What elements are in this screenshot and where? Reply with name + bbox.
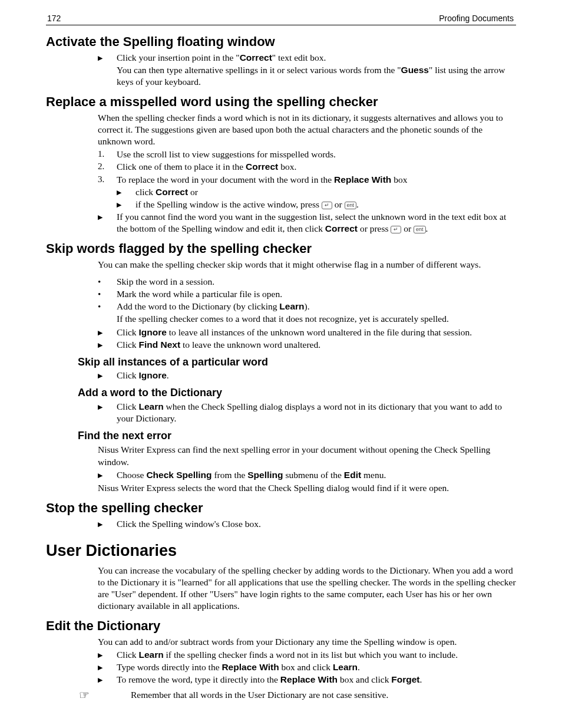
text: Click bbox=[117, 340, 138, 350]
text: from the bbox=[212, 470, 248, 480]
text: Click the Spelling window's Close box. bbox=[117, 519, 261, 529]
heading-edit-dictionary: Edit the Dictionary bbox=[46, 618, 516, 635]
triangle-icon bbox=[98, 469, 112, 481]
text: Click bbox=[117, 650, 138, 660]
bullet-icon bbox=[98, 288, 112, 301]
text: if the Spelling window is the active win… bbox=[135, 199, 322, 209]
text: box and click bbox=[338, 674, 391, 684]
list-item: Click Learn if the spelling checker find… bbox=[98, 649, 516, 661]
triangle-icon bbox=[98, 339, 112, 351]
text: Skip the word in a session. bbox=[117, 276, 214, 286]
triangle-icon bbox=[98, 649, 112, 661]
text: to leave all instances of the unknown wo… bbox=[167, 327, 472, 337]
list-number: 3. bbox=[98, 174, 112, 186]
text: ). bbox=[305, 301, 310, 311]
paragraph: If the spelling checker comes to a word … bbox=[117, 313, 516, 325]
bold-label: Correct bbox=[240, 52, 272, 62]
triangle-icon bbox=[98, 370, 112, 381]
text: to leave the unknown word unaltered. bbox=[180, 340, 320, 350]
text: Use the scroll list to view suggestions … bbox=[117, 149, 336, 159]
list-item: 2. Click one of them to place it in the … bbox=[98, 161, 516, 173]
paragraph: You can make the spelling checker skip w… bbox=[98, 259, 516, 271]
bold-label: Ignore bbox=[138, 370, 166, 380]
bold-label: Correct bbox=[246, 162, 278, 172]
triangle-icon bbox=[98, 401, 112, 413]
text: or bbox=[188, 187, 198, 197]
text: when the Check Spelling dialog displays … bbox=[117, 401, 502, 423]
section-body: You can make the spelling checker skip w… bbox=[98, 259, 516, 351]
paragraph: When the spelling checker finds a word w… bbox=[98, 112, 516, 147]
bold-label: Forget bbox=[391, 674, 419, 684]
list-number: 1. bbox=[98, 149, 112, 160]
text: box. bbox=[278, 162, 296, 172]
text: . bbox=[426, 223, 428, 233]
section-body: Click Ignore. bbox=[98, 370, 516, 381]
heading-skip-words: Skip words flagged by the spelling check… bbox=[46, 241, 516, 258]
note-text: Remember that all words in the User Dict… bbox=[131, 689, 388, 701]
text: or press bbox=[358, 223, 391, 233]
list-item: 1.Use the scroll list to view suggestion… bbox=[98, 149, 516, 160]
list-item: Click your insertion point in the "Corre… bbox=[98, 52, 516, 64]
triangle-icon bbox=[98, 327, 112, 338]
triangle-icon bbox=[98, 674, 112, 686]
bullet-icon bbox=[98, 276, 112, 288]
text: box bbox=[391, 174, 407, 185]
bold-label: Replace With bbox=[222, 662, 279, 672]
paragraph: You can increase the vocabulary of the s… bbox=[98, 565, 516, 612]
bold-label: Learn bbox=[333, 662, 358, 672]
page: 172 Proofing Documents Activate the Spel… bbox=[0, 0, 562, 725]
list-item: Skip the word in a session. bbox=[98, 276, 516, 288]
paragraph: You can add to and/or subtract words fro… bbox=[98, 636, 516, 648]
pointing-hand-icon: ☞ bbox=[79, 689, 90, 701]
text: box and click bbox=[279, 662, 333, 672]
page-number: 172 bbox=[47, 13, 61, 24]
list-item: Add the word to the Dictionary (by click… bbox=[98, 301, 516, 312]
text: Click one of them to place it in the bbox=[117, 162, 246, 172]
bold-label: Replace With bbox=[280, 674, 338, 684]
list-item: Mark the word while a particular file is… bbox=[98, 288, 516, 300]
triangle-icon bbox=[98, 211, 112, 223]
text: Click bbox=[117, 370, 138, 380]
section-body: Click Learn when the Check Spelling dial… bbox=[98, 401, 516, 424]
bold-label: Edit bbox=[344, 470, 361, 480]
section-body: When the spelling checker finds a word w… bbox=[98, 112, 516, 235]
text: Click bbox=[117, 327, 138, 337]
text: . bbox=[167, 370, 169, 380]
list-item: Click Learn when the Check Spelling dial… bbox=[98, 401, 516, 424]
text: . bbox=[358, 662, 360, 672]
text: if the spelling checker finds a word not… bbox=[164, 650, 458, 660]
list-item: Click the Spelling window's Close box. bbox=[98, 518, 516, 530]
enter-key-icon: ent bbox=[414, 226, 426, 233]
text: or bbox=[332, 199, 345, 209]
subheading-skip-all: Skip all instances of a particular word bbox=[78, 355, 516, 369]
heading-activate-spelling: Activate the Spelling floating window bbox=[46, 34, 516, 51]
bold-label: Check Spelling bbox=[146, 470, 211, 480]
bold-label: Correct bbox=[325, 223, 358, 233]
section-body: You can increase the vocabulary of the s… bbox=[98, 565, 516, 612]
text: You can then type alternative spellings … bbox=[117, 65, 401, 75]
list-number: 2. bbox=[98, 161, 112, 173]
text: " text edit box. bbox=[272, 52, 326, 62]
list-item: To remove the word, type it directly int… bbox=[98, 674, 516, 686]
section-body: Nisus Writer Express can find the next s… bbox=[98, 444, 516, 494]
section-body: Click your insertion point in the "Corre… bbox=[98, 52, 516, 88]
bold-label: Spelling bbox=[247, 470, 283, 480]
text: If you cannot find the word you want in … bbox=[117, 212, 506, 233]
subheading-add-word: Add a word to the Dictionary bbox=[78, 386, 516, 400]
bold-label: Learn bbox=[279, 301, 304, 311]
bold-label: Learn bbox=[138, 401, 163, 411]
text: submenu of the bbox=[283, 470, 344, 480]
triangle-icon bbox=[98, 518, 112, 530]
nested-list: click Correct or if the Spelling window … bbox=[117, 186, 516, 210]
text: . bbox=[356, 199, 359, 209]
text: Click bbox=[117, 401, 138, 411]
text: Choose bbox=[117, 470, 146, 480]
list-item: Click Ignore. bbox=[98, 370, 516, 381]
triangle-icon bbox=[117, 186, 131, 198]
list-item: Choose Check Spelling from the Spelling … bbox=[98, 469, 516, 481]
text: Click your insertion point in the " bbox=[117, 52, 240, 62]
bold-label: Learn bbox=[138, 650, 163, 660]
page-header: 172 Proofing Documents bbox=[46, 13, 516, 25]
return-key-icon: ↵ bbox=[322, 202, 332, 209]
paragraph: Nisus Writer Express selects the word th… bbox=[98, 482, 516, 494]
